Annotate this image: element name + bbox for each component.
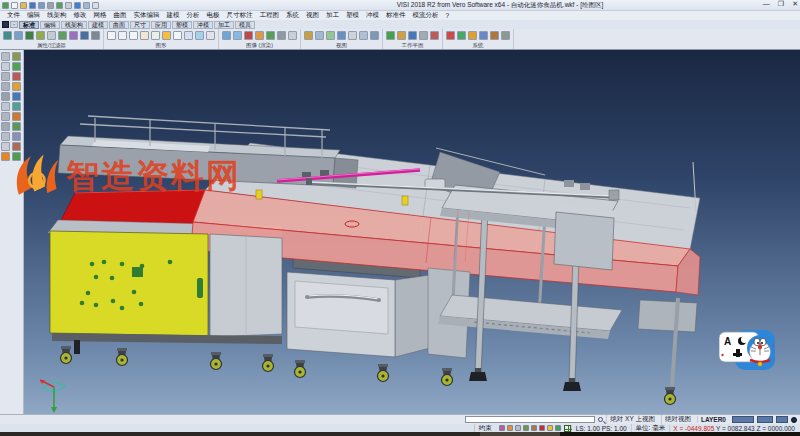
left-tool-icon[interactable]: [1, 92, 10, 101]
ribbon-icon[interactable]: [468, 31, 477, 40]
ribbon-icon[interactable]: [277, 31, 286, 40]
menu-电极[interactable]: 电极: [204, 11, 223, 20]
ribbon-icon[interactable]: [370, 31, 379, 40]
ribbon-icon[interactable]: [490, 31, 499, 40]
ribbon-icon[interactable]: [151, 31, 160, 40]
ribbon-icon[interactable]: [69, 31, 78, 40]
left-tool-icon[interactable]: [1, 62, 10, 71]
ribbon-icon[interactable]: [288, 31, 297, 40]
layer-chip[interactable]: [757, 416, 773, 423]
menu-视图[interactable]: 视图: [303, 11, 322, 20]
new-file-icon[interactable]: [11, 2, 18, 9]
status-tool-icon[interactable]: [555, 425, 561, 431]
status-tool-icon[interactable]: [515, 425, 521, 431]
ribbon-icon[interactable]: [91, 31, 100, 40]
ribbon-icon[interactable]: [140, 31, 149, 40]
status-tool-icon[interactable]: [539, 425, 545, 431]
ribbon-icon[interactable]: [173, 31, 182, 40]
left-tool-icon[interactable]: [1, 122, 10, 131]
ribbon-icon[interactable]: [386, 31, 395, 40]
left-tool-icon[interactable]: [12, 132, 21, 141]
status-tool-icon[interactable]: [499, 425, 505, 431]
left-tool-icon[interactable]: [1, 112, 10, 121]
ribbon-icon[interactable]: [3, 31, 12, 40]
menu-曲面[interactable]: 曲面: [111, 11, 130, 20]
menu-工程图[interactable]: 工程图: [257, 11, 283, 20]
left-tool-icon[interactable]: [1, 102, 10, 111]
menu-?[interactable]: ?: [443, 12, 453, 19]
left-tool-icon[interactable]: [12, 92, 21, 101]
ribbon-icon[interactable]: [58, 31, 67, 40]
status-tool-icon[interactable]: [531, 425, 537, 431]
app-icon[interactable]: [2, 2, 9, 9]
left-tool-icon[interactable]: [12, 142, 21, 151]
status-tool-icon[interactable]: [523, 425, 529, 431]
save-icon[interactable]: [29, 2, 36, 9]
left-tool-icon[interactable]: [12, 152, 21, 161]
ribbon-icon[interactable]: [222, 31, 231, 40]
ribbon-icon[interactable]: [326, 31, 335, 40]
ribbon-icon[interactable]: [304, 31, 313, 40]
ribbon-icon[interactable]: [25, 31, 34, 40]
menu-网格[interactable]: 网格: [91, 11, 110, 20]
left-tool-icon[interactable]: [12, 72, 21, 81]
ribbon-icon[interactable]: [457, 31, 466, 40]
ribbon-icon[interactable]: [266, 31, 275, 40]
tab-曲面[interactable]: 曲面: [109, 21, 129, 29]
left-tool-icon[interactable]: [12, 122, 21, 131]
ribbon-icon[interactable]: [184, 31, 193, 40]
ribbon-icon[interactable]: [501, 31, 510, 40]
left-tool-icon[interactable]: [1, 132, 10, 141]
ribbon-icon[interactable]: [244, 31, 253, 40]
left-tool-icon[interactable]: [12, 52, 21, 61]
menu-标准件[interactable]: 标准件: [383, 11, 409, 20]
layer-chip[interactable]: [776, 416, 788, 423]
menu-文件[interactable]: 文件: [4, 11, 23, 20]
menu-尺寸标注[interactable]: 尺寸标注: [224, 11, 256, 20]
ribbon-icon[interactable]: [118, 31, 127, 40]
ribbon-icon[interactable]: [315, 31, 324, 40]
ribbon-icon[interactable]: [408, 31, 417, 40]
redo-icon[interactable]: [83, 2, 90, 9]
left-tool-icon[interactable]: [1, 52, 10, 61]
menu-修改[interactable]: 修改: [71, 11, 90, 20]
status-tool-icon[interactable]: [547, 425, 553, 431]
left-tool-icon[interactable]: [1, 142, 10, 151]
left-tool-icon[interactable]: [12, 102, 21, 111]
layer-chip[interactable]: [732, 416, 754, 423]
tab-冲模[interactable]: 冲模: [193, 21, 213, 29]
ribbon-icon[interactable]: [36, 31, 45, 40]
ribbon-icon[interactable]: [129, 31, 138, 40]
ribbon-icon[interactable]: [337, 31, 346, 40]
tab-尺寸[interactable]: 尺寸: [130, 21, 150, 29]
layer-button[interactable]: LAYER0: [697, 416, 729, 423]
grid-toggle-icon[interactable]: [564, 425, 571, 432]
ribbon-icon[interactable]: [233, 31, 242, 40]
command-input[interactable]: [465, 416, 595, 423]
menu-线架构[interactable]: 线架构: [44, 11, 70, 20]
left-tool-icon[interactable]: [12, 112, 21, 121]
ribbon-icon[interactable]: [419, 31, 428, 40]
customize-icon[interactable]: [92, 2, 99, 9]
ribbon-icon[interactable]: [348, 31, 357, 40]
ribbon-icon[interactable]: [14, 31, 23, 40]
menu-实体编辑[interactable]: 实体编辑: [131, 11, 163, 20]
ribbon-icon[interactable]: [107, 31, 116, 40]
left-tool-icon[interactable]: [1, 152, 10, 161]
viewport-3d-canvas[interactable]: 智造资料网: [24, 50, 800, 414]
ribbon-icon[interactable]: [446, 31, 455, 40]
tab-线架构[interactable]: 线架构: [61, 21, 87, 29]
ribbon-icon[interactable]: [255, 31, 264, 40]
ribbon-icon[interactable]: [397, 31, 406, 40]
print-icon[interactable]: [47, 2, 54, 9]
ribbon-icon[interactable]: [80, 31, 89, 40]
menu-塑模[interactable]: 塑模: [343, 11, 362, 20]
tab-建模[interactable]: 建模: [88, 21, 108, 29]
ribbon-icon[interactable]: [195, 31, 204, 40]
left-tool-icon[interactable]: [1, 72, 10, 81]
ribbon-icon[interactable]: [47, 31, 56, 40]
open-file-icon[interactable]: [20, 2, 27, 9]
menu-编辑[interactable]: 编辑: [24, 11, 43, 20]
left-tool-icon[interactable]: [12, 82, 21, 91]
menu-冲模[interactable]: 冲模: [363, 11, 382, 20]
